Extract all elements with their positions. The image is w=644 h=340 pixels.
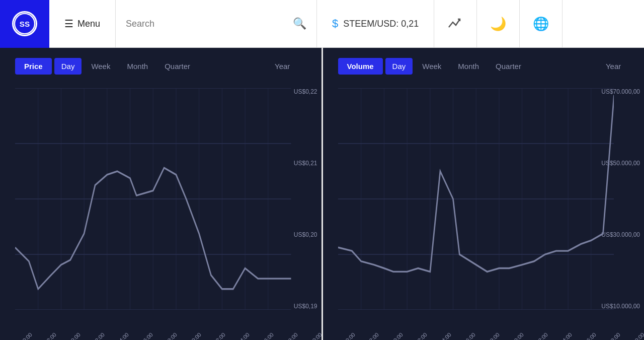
volume-chart-panel: Volume Day Week Month Quarter Year US$70… bbox=[323, 48, 645, 340]
moon-icon: 🌙 bbox=[490, 16, 506, 32]
volume-x-label-9: 12:00 bbox=[535, 331, 549, 340]
price-x-label-4: 02:00 bbox=[92, 331, 106, 340]
header-icons: 🌙 🌐 bbox=[434, 0, 562, 48]
price-chart-panel: Price Day Week Month Quarter Year US$0,2… bbox=[0, 48, 323, 340]
price-x-label-12: 18:00 bbox=[285, 331, 299, 340]
price-x-label-11: 16:00 bbox=[261, 331, 275, 340]
volume-month-button[interactable]: Month bbox=[451, 58, 486, 75]
logo-area: SS bbox=[0, 0, 49, 48]
charts-container: Price Day Week Month Quarter Year US$0,2… bbox=[0, 48, 644, 340]
volume-x-label-13: 20:00 bbox=[631, 331, 644, 340]
price-x-label-5: 04:00 bbox=[116, 331, 130, 340]
dark-mode-button[interactable]: 🌙 bbox=[477, 0, 520, 48]
volume-x-label-11: 16:00 bbox=[583, 331, 597, 340]
header: SS ☰ Menu 🔍 $ STEEM/USD: 0,21 🌙 🌐 bbox=[0, 0, 644, 48]
price-year-button[interactable]: Year bbox=[268, 58, 297, 75]
search-icon[interactable]: 🔍 bbox=[293, 17, 306, 30]
price-area: $ STEEM/USD: 0,21 bbox=[317, 0, 434, 47]
volume-x-label-7: 08:00 bbox=[487, 331, 501, 340]
volume-x-label-2: 22:00 bbox=[366, 331, 380, 340]
price-x-label-1: 20:00 bbox=[19, 331, 33, 340]
volume-x-label-5: 04:00 bbox=[439, 331, 453, 340]
volume-x-label-8: 10:00 bbox=[511, 331, 525, 340]
price-chart-svg-container bbox=[0, 88, 321, 310]
volume-year-button[interactable]: Year bbox=[599, 58, 628, 75]
volume-x-label-4: 02:00 bbox=[415, 331, 429, 340]
price-x-label-13: 20:00 bbox=[309, 331, 323, 340]
price-x-label-10: 14:00 bbox=[236, 331, 251, 340]
svg-text:SS: SS bbox=[20, 20, 30, 28]
price-x-labels: 20:00 22:00 00:00 02:00 04:00 06:00 08:0… bbox=[15, 331, 319, 337]
price-label-button[interactable]: Price bbox=[15, 58, 52, 75]
hamburger-icon: ☰ bbox=[64, 18, 73, 30]
volume-chart-controls: Volume Day Week Month Quarter Year bbox=[323, 48, 645, 77]
volume-x-label-12: 18:00 bbox=[607, 331, 621, 340]
volume-quarter-button[interactable]: Quarter bbox=[489, 58, 528, 75]
price-quarter-button[interactable]: Quarter bbox=[157, 58, 197, 75]
price-label: STEEM/USD: 0,21 bbox=[343, 19, 419, 29]
volume-label-button[interactable]: Volume bbox=[338, 58, 383, 75]
price-week-button[interactable]: Week bbox=[84, 58, 117, 75]
price-x-label-3: 00:00 bbox=[67, 331, 82, 340]
volume-chart-svg-container bbox=[323, 88, 645, 310]
globe-icon: 🌐 bbox=[533, 16, 549, 32]
menu-label: Menu bbox=[77, 19, 100, 29]
language-button[interactable]: 🌐 bbox=[520, 0, 562, 48]
volume-x-labels: 20:00 22:00 00:00 02:00 04:00 06:00 08:0… bbox=[338, 331, 642, 337]
search-area: 🔍 bbox=[116, 0, 317, 47]
volume-x-label-1: 20:00 bbox=[342, 331, 356, 340]
price-chart-controls: Price Day Week Month Quarter Year bbox=[0, 48, 321, 77]
volume-x-label-10: 14:00 bbox=[559, 331, 573, 340]
price-x-label-6: 06:00 bbox=[140, 331, 154, 340]
volume-x-label-6: 06:00 bbox=[462, 331, 476, 340]
trending-chart-icon bbox=[448, 16, 463, 31]
price-x-label-8: 10:00 bbox=[188, 331, 202, 340]
price-chart-svg bbox=[15, 88, 291, 310]
price-x-label-7: 08:00 bbox=[164, 331, 178, 340]
menu-button[interactable]: ☰ Menu bbox=[49, 0, 116, 47]
logo-icon: SS bbox=[12, 11, 37, 36]
price-x-label-2: 22:00 bbox=[43, 331, 57, 340]
price-month-button[interactable]: Month bbox=[120, 58, 155, 75]
chart-icon-button[interactable] bbox=[434, 0, 477, 48]
volume-week-button[interactable]: Week bbox=[415, 58, 448, 75]
search-input[interactable] bbox=[126, 19, 288, 29]
price-day-button[interactable]: Day bbox=[54, 58, 82, 75]
price-x-label-9: 12:00 bbox=[212, 331, 226, 340]
volume-day-button[interactable]: Day bbox=[385, 58, 413, 75]
volume-chart-svg bbox=[338, 88, 614, 310]
volume-x-label-3: 00:00 bbox=[390, 331, 405, 340]
dollar-icon: $ bbox=[332, 17, 338, 30]
